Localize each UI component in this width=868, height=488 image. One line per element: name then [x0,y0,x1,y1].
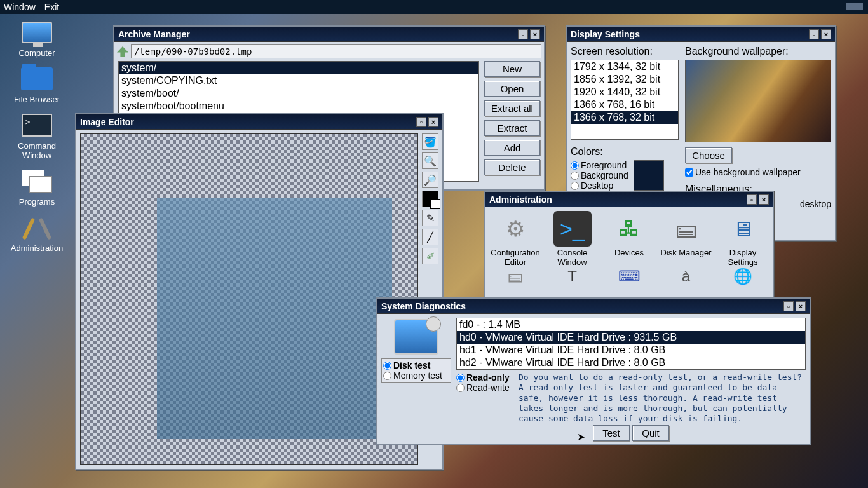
desktop-icon-command-window[interactable]: Command Window [5,112,69,160]
minimize-icon[interactable]: ▫ [518,29,528,39]
window-title: Display Settings [571,29,640,39]
archive-path-input[interactable] [131,44,541,58]
radio-read-write[interactable]: Read-write [456,383,513,393]
zoom-in-tool-icon[interactable]: 🔍 [422,152,438,169]
list-item[interactable]: 1856 x 1392, 32 bit [571,73,678,86]
open-button[interactable]: Open [484,81,540,97]
titlebar[interactable]: Image Editor ▫ × [76,114,442,130]
admin-item-row2[interactable]: 🌐 [717,268,769,286]
close-icon[interactable]: × [530,29,540,39]
desktop-icon-label: Command Window [5,141,69,160]
desktop-icon-computer[interactable]: Computer [5,19,69,58]
delete-button[interactable]: Delete [484,159,540,175]
admin-item-label: Devices [603,248,655,257]
close-icon[interactable]: × [759,194,769,205]
list-item[interactable]: system/ [119,62,478,74]
list-item[interactable]: system/boot/ [119,87,478,100]
extract-button[interactable]: Extract [484,120,540,136]
titlebar[interactable]: System Diagnostics ▫ × [377,299,810,314]
admin-item-label: Disk Manager [660,248,712,257]
system-menubar: Window Exit [0,0,868,14]
window-system-diagnostics: System Diagnostics ▫ × Disk test Memory … [376,297,811,445]
diagnostics-description: Do you want to do a read-only test, or a… [519,372,806,424]
list-item[interactable]: fd0 - : 1.4 MB [457,318,805,331]
window-title: Administration [489,194,552,205]
minimize-icon[interactable]: ▫ [783,301,794,311]
wallpaper-label: Background wallpaper: [685,46,831,57]
up-arrow-icon[interactable] [117,46,128,57]
radio-background[interactable]: Background [571,170,628,180]
eyedropper-tool-icon[interactable]: ✐ [422,248,438,264]
admin-item-label: Display Settings [717,248,769,267]
list-item[interactable]: 1366 x 768, 16 bit [571,98,678,111]
extract-all-button[interactable]: Extract all [484,100,540,116]
test-button[interactable]: Test [593,425,630,441]
desktop-icon-label: Programs [5,197,69,207]
taskbar-min-indicator[interactable] [846,3,863,10]
admin-item-row2[interactable]: 🖴 [489,268,541,286]
color-swatch-icon[interactable] [422,191,438,207]
titlebar[interactable]: Display Settings ▫ × [567,27,835,42]
list-item[interactable]: hd2 - VMware Virtual IDE Hard Drive : 8.… [457,356,805,369]
window-title: Image Editor [80,117,134,127]
pencil-tool-icon[interactable]: ✎ [422,210,438,226]
desktop-icon-administration[interactable]: Administration [5,214,69,253]
admin-item-disk-manager[interactable]: 🖴Disk Manager [660,211,712,267]
radio-memory-test[interactable]: Memory test [383,370,449,381]
admin-item-devices[interactable]: 🖧Devices [603,211,655,267]
admin-item-console-window[interactable]: >_Console Window [546,211,599,267]
choose-button[interactable]: Choose [685,147,732,163]
list-item[interactable]: system/COPYING.txt [119,74,478,87]
close-icon[interactable]: × [428,117,438,127]
resolution-list[interactable]: 1792 x 1344, 32 bit 1856 x 1392, 32 bit … [571,60,679,140]
wallpaper-preview [685,60,831,142]
zoom-out-tool-icon[interactable]: 🔎 [422,172,438,188]
menu-window[interactable]: Window [4,2,36,12]
resolution-label: Screen resolution: [571,46,679,57]
bucket-tool-icon[interactable]: 🪣 [422,133,438,150]
minimize-icon[interactable]: ▫ [416,117,426,127]
titlebar[interactable]: Administration ▫ × [485,192,773,207]
close-icon[interactable]: × [821,29,831,39]
menu-exit[interactable]: Exit [44,2,59,12]
use-wallpaper-checkbox[interactable]: Use background wallpaper [685,167,831,177]
archive-path-bar [114,42,544,61]
admin-item-row2[interactable]: ⌨ [603,268,655,286]
colors-label: Colors: [571,146,679,158]
titlebar[interactable]: Archive Manager ▫ × [114,27,544,42]
desktop-icon-filebrowser[interactable]: File Browser [5,65,69,104]
quit-button[interactable]: Quit [632,425,669,441]
desktop-icon-label: Administration [5,243,69,253]
list-item[interactable]: system/boot/bootmenu [119,100,478,112]
window-administration: Administration ▫ × ⚙Configuration Editor… [484,191,774,299]
radio-foreground[interactable]: Foreground [571,160,628,170]
minimize-icon[interactable]: ▫ [809,29,819,39]
list-item[interactable]: 1920 x 1440, 32 bit [571,86,678,98]
window-title: Archive Manager [118,29,190,39]
desktop-icon-programs[interactable]: Programs [5,168,69,207]
admin-item-label: Console Window [546,248,599,267]
admin-item-display-settings[interactable]: 🖥Display Settings [717,211,769,267]
desktop-icon-label: Computer [5,48,69,58]
list-item[interactable]: 1792 x 1344, 32 bit [571,60,678,73]
close-icon[interactable]: × [796,301,806,311]
list-item[interactable]: 1366 x 768, 32 bit [571,111,678,124]
radio-read-only[interactable]: Read-only [456,372,513,383]
cursor-icon: ➤ [577,431,585,443]
image-canvas[interactable] [80,133,418,465]
line-tool-icon[interactable]: ╱ [422,229,438,245]
radio-desktop[interactable]: Desktop [571,180,628,191]
new-button[interactable]: New [484,61,540,77]
minimize-icon[interactable]: ▫ [747,194,757,205]
admin-item-config-editor[interactable]: ⚙Configuration Editor [489,211,541,267]
color-swatch[interactable] [634,160,664,191]
desktop-icon-label: File Browser [5,95,69,104]
list-item[interactable]: hd1 - VMware Virtual IDE Hard Drive : 8.… [457,344,805,356]
drive-list[interactable]: fd0 - : 1.4 MB hd0 - VMware Virtual IDE … [456,318,806,370]
desktop-icons: Computer File Browser Command Window Pro… [5,19,69,261]
add-button[interactable]: Add [484,140,540,156]
radio-disk-test[interactable]: Disk test [383,360,449,370]
admin-item-row2[interactable]: T [546,268,599,286]
admin-item-row2[interactable]: à [660,268,712,286]
list-item[interactable]: hd0 - VMware Virtual IDE Hard Drive : 93… [457,331,805,344]
